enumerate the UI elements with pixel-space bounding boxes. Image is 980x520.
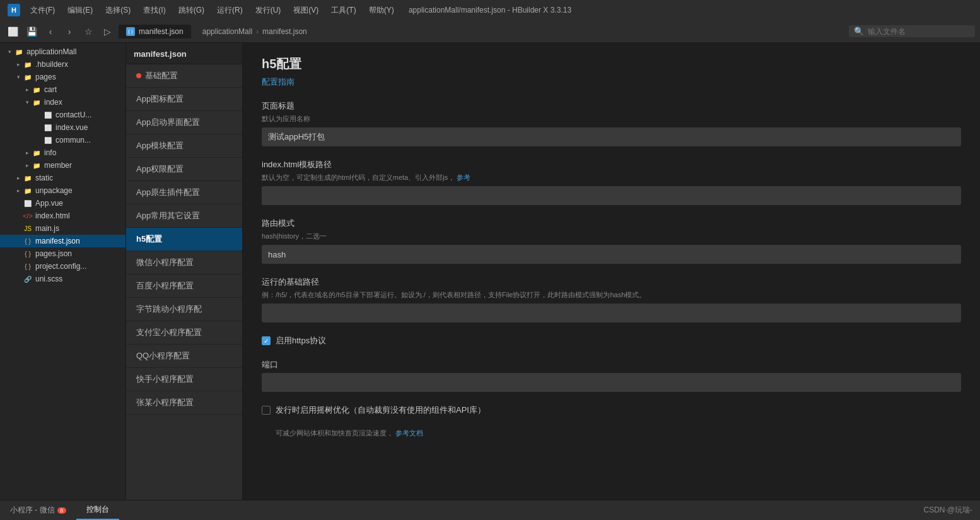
- index-html-hint: 默认为空，可定制生成的html代码，自定义meta、引入外部js， 参考: [262, 173, 961, 182]
- back-button[interactable]: ‹: [43, 24, 58, 39]
- port-input[interactable]: [262, 373, 961, 392]
- form-group-router: 路由模式 hash|history，二选一: [262, 218, 961, 264]
- menu-jump[interactable]: 跳转(G): [173, 4, 209, 17]
- tree-item-project-config[interactable]: ▸ { } project.config...: [0, 260, 125, 273]
- config-nav-title: manifest.json: [126, 43, 242, 64]
- tree-item-main-js[interactable]: ▸ JS main.js: [0, 222, 125, 235]
- config-nav-alipay[interactable]: 支付宝小程序配置: [126, 321, 242, 345]
- search-input[interactable]: [868, 27, 962, 36]
- config-nav-baidu[interactable]: 百度小程序配置: [126, 275, 242, 298]
- index-html-hint-link[interactable]: 参考: [457, 174, 470, 181]
- tree-item-static[interactable]: ▸ 📁 static: [0, 172, 125, 184]
- config-nav-other[interactable]: 张某小程序配置: [126, 391, 242, 415]
- tree-root-item[interactable]: ▾ 📁 applicationMall: [0, 45, 125, 58]
- config-nav-app-splash[interactable]: App启动界面配置: [126, 111, 242, 134]
- config-nav-qq[interactable]: QQ小程序配置: [126, 345, 242, 368]
- form-group-base-path: 运行的基础路径 例：/h5/，代表在域名的/h5目录下部署运行。如设为./，则代…: [262, 276, 961, 322]
- run-button[interactable]: ▷: [100, 24, 115, 39]
- menu-publish[interactable]: 发行(U): [250, 4, 286, 17]
- main-js-label: main.js: [35, 224, 59, 233]
- page-title-hint: 默认为应用名称: [262, 114, 961, 124]
- tree-item-app-vue[interactable]: ▸ ⬜ App.vue: [0, 197, 125, 210]
- breadcrumb: applicationMall › manifest.json: [202, 27, 307, 36]
- menu-tools[interactable]: 工具(T): [326, 4, 361, 17]
- unpackage-icon: 📁: [23, 186, 33, 196]
- save-button[interactable]: 💾: [24, 24, 39, 39]
- router-label: 路由模式: [262, 218, 961, 229]
- commun-label: commun...: [55, 136, 91, 145]
- config-nav-weixin[interactable]: 微信小程序配置: [126, 251, 242, 275]
- menu-select[interactable]: 选择(S): [100, 4, 136, 17]
- tree-opt-hint-link[interactable]: 参考文档: [395, 429, 423, 437]
- config-link[interactable]: 配置指南: [262, 76, 961, 88]
- tree-item-hbuilderx[interactable]: ▸ 📁 .hbuilderx: [0, 58, 125, 71]
- baidu-label: 百度小程序配置: [136, 280, 194, 292]
- forward-button[interactable]: ›: [62, 24, 77, 39]
- bottom-tab-miniprogram[interactable]: 小程序 - 微信 8: [0, 500, 76, 520]
- pages-icon: 📁: [23, 72, 33, 82]
- pages-label: pages: [35, 73, 56, 81]
- config-nav-app-icon[interactable]: App图标配置: [126, 88, 242, 111]
- basic-dot: [136, 73, 141, 78]
- tree-item-uni-scss[interactable]: ▸ 🔗 uni.scss: [0, 273, 125, 285]
- config-nav: manifest.json 基础配置 App图标配置 App启动界面配置 App…: [126, 43, 243, 500]
- basic-label: 基础配置: [145, 70, 178, 81]
- router-mode-input[interactable]: [262, 245, 961, 264]
- menu-run[interactable]: 运行(R): [212, 4, 248, 17]
- miniprogram-tab-label: 小程序 - 微信: [10, 505, 55, 516]
- tree-item-index-folder[interactable]: ▾ 📁 index: [0, 96, 125, 109]
- page-title-input[interactable]: [262, 127, 961, 146]
- file-tab[interactable]: { } manifest.json: [119, 25, 191, 38]
- tree-item-commun[interactable]: ▸ ⬜ commun...: [0, 134, 125, 146]
- tree-item-member[interactable]: ▸ 📁 member: [0, 159, 125, 172]
- tree-item-cart[interactable]: ▸ 📁 cart: [0, 83, 125, 96]
- tree-root: ▾ 📁 applicationMall ▸ 📁 .hbuilderx ▾ 📁 p…: [0, 43, 125, 288]
- menu-find[interactable]: 查找(I): [138, 4, 170, 17]
- menu-file[interactable]: 文件(F): [25, 4, 60, 17]
- static-arrow: ▸: [14, 174, 23, 182]
- config-nav-kuaishou[interactable]: 快手小程序配置: [126, 368, 242, 391]
- tree-item-pages[interactable]: ▾ 📁 pages: [0, 71, 125, 83]
- config-nav-app-plugin[interactable]: App原生插件配置: [126, 181, 242, 204]
- new-button[interactable]: ⬜: [5, 24, 20, 39]
- menu-view[interactable]: 视图(V): [288, 4, 324, 17]
- unpackage-label: unpackage: [35, 186, 73, 195]
- config-nav-basic[interactable]: 基础配置: [126, 64, 242, 88]
- config-nav-app-other[interactable]: App常用其它设置: [126, 204, 242, 228]
- project-config-label: project.config...: [35, 262, 86, 271]
- contactu-icon: ⬜: [43, 110, 53, 120]
- manifest-icon: { }: [23, 236, 33, 246]
- config-nav-bytedance[interactable]: 字节跳动小程序配: [126, 298, 242, 321]
- pages-json-icon: { }: [23, 249, 33, 259]
- bottom-tab-console[interactable]: 控制台: [76, 500, 119, 520]
- bottom-right-text: CSDN·@玩瑞-: [923, 505, 980, 516]
- page-title-label: 页面标题: [262, 100, 961, 112]
- tree-item-unpackage[interactable]: ▸ 📁 unpackage: [0, 184, 125, 197]
- tree-item-manifest[interactable]: ▸ { } manifest.json: [0, 235, 125, 247]
- base-path-input[interactable]: [262, 304, 961, 322]
- static-icon: 📁: [23, 173, 33, 183]
- file-tab-icon: { }: [126, 27, 135, 36]
- tree-item-index-html[interactable]: ▸ </> index.html: [0, 210, 125, 222]
- config-nav-app-module[interactable]: App模块配置: [126, 134, 242, 158]
- tree-item-contactu[interactable]: ▸ ⬜ contactU...: [0, 109, 125, 121]
- file-search[interactable]: 🔍: [849, 25, 975, 37]
- config-nav-h5[interactable]: h5配置: [126, 228, 242, 251]
- bottom-bar: 小程序 - 微信 8 控制台 CSDN·@玩瑞-: [0, 500, 980, 520]
- index-html-path-input[interactable]: [262, 186, 961, 205]
- tree-item-pages-json[interactable]: ▸ { } pages.json: [0, 247, 125, 260]
- bookmark-button[interactable]: ☆: [81, 24, 96, 39]
- menu-help[interactable]: 帮助(Y): [364, 4, 399, 17]
- config-nav-app-permission[interactable]: App权限配置: [126, 158, 242, 181]
- https-checkbox[interactable]: ✓: [262, 336, 271, 345]
- title-bar: H 文件(F) 编辑(E) 选择(S) 查找(I) 跳转(G) 运行(R) 发行…: [0, 0, 980, 20]
- tree-opt-checkbox[interactable]: [262, 406, 271, 415]
- info-label: info: [44, 148, 56, 157]
- index-html-icon: </>: [23, 211, 33, 221]
- static-label: static: [35, 174, 53, 182]
- member-label: member: [44, 161, 72, 170]
- tree-item-index-vue[interactable]: ▸ ⬜ index.vue: [0, 121, 125, 134]
- tree-item-info[interactable]: ▸ 📁 info: [0, 146, 125, 159]
- base-path-hint: 例：/h5/，代表在域名的/h5目录下部署运行。如设为./，则代表相对路径，支持…: [262, 290, 961, 300]
- menu-edit[interactable]: 编辑(E): [62, 4, 98, 17]
